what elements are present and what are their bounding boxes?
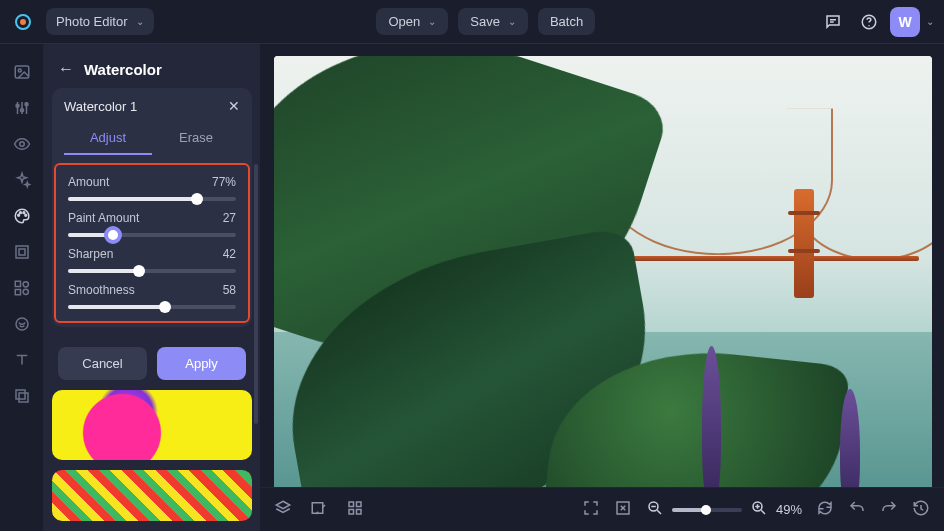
slider-paint-track[interactable] [68,233,236,237]
preset-thumb [52,470,252,521]
sliders-highlight-box: Amount77% Paint Amount27 Sharpen42 Smoot… [54,163,250,323]
preset-thumb [52,390,252,460]
close-icon[interactable]: ✕ [228,98,240,114]
zoom-slider[interactable] [672,508,742,512]
slider-smoothness: Smoothness58 [68,283,236,309]
svg-rect-27 [357,509,362,514]
tool-rail [0,44,44,531]
slider-sharpen-track[interactable] [68,269,236,273]
app-switcher[interactable]: Photo Editor ⌄ [46,8,154,35]
zoom-value: 49% [776,502,802,517]
feedback-icon[interactable] [818,7,848,37]
svg-rect-25 [357,502,362,507]
svg-rect-24 [349,502,354,507]
back-button[interactable]: ← [58,60,74,78]
undo-icon[interactable] [848,499,866,521]
svg-rect-21 [16,390,25,399]
photo-preview [274,56,932,531]
effect-tabs: Adjust Erase [54,122,250,155]
zoom-in-icon[interactable] [750,499,768,520]
zoom-controls: 49% [646,499,802,520]
slider-amount-track[interactable] [68,197,236,201]
svg-point-10 [17,214,19,216]
svg-point-9 [19,142,24,147]
svg-point-1 [20,19,26,25]
tab-adjust[interactable]: Adjust [64,122,152,155]
avatar[interactable]: W [890,7,920,37]
chevron-down-icon: ⌄ [428,16,436,27]
eye-tool-icon[interactable] [8,130,36,158]
svg-rect-16 [15,281,20,286]
text-tool-icon[interactable] [8,346,36,374]
svg-rect-15 [19,249,25,255]
frame-tool-icon[interactable] [8,238,36,266]
help-icon[interactable] [854,7,884,37]
panel-scrollbar[interactable] [254,164,258,424]
svg-rect-26 [349,509,354,514]
topbar-right: W ⌄ [818,7,934,37]
svg-point-17 [23,282,28,287]
grid-icon[interactable] [346,499,364,521]
compare-icon[interactable] [310,499,328,521]
redo-icon[interactable] [880,499,898,521]
chevron-down-icon[interactable]: ⌄ [926,16,934,27]
topbar: Photo Editor ⌄ Open⌄ Save⌄ Batch W ⌄ [0,0,944,44]
effect-panel: ← Watercolor Watercolor 1 ✕ Adjust Erase… [44,44,260,531]
svg-point-19 [23,289,28,294]
slider-paint-amount: Paint Amount27 [68,211,236,237]
svg-rect-18 [15,290,20,295]
layers-icon[interactable] [274,499,292,521]
topbar-center: Open⌄ Save⌄ Batch [164,8,808,35]
batch-button[interactable]: Batch [538,8,595,35]
svg-point-11 [19,212,21,214]
open-button[interactable]: Open⌄ [376,8,448,35]
svg-point-12 [22,212,24,214]
elements-tool-icon[interactable] [8,274,36,302]
chevron-down-icon: ⌄ [136,16,144,27]
cancel-button[interactable]: Cancel [58,347,147,380]
bottombar: 49% [260,487,944,531]
slider-amount: Amount77% [68,175,236,201]
svg-point-13 [24,214,26,216]
panel-title: Watercolor [84,61,162,78]
image-tool-icon[interactable] [8,58,36,86]
layers-tool-icon[interactable] [8,382,36,410]
sparkle-tool-icon[interactable] [8,166,36,194]
history-icon[interactable] [912,499,930,521]
svg-rect-22 [19,393,28,402]
effect-card: Watercolor 1 ✕ Adjust Erase Amount77% Pa… [52,88,252,327]
slider-smooth-track[interactable] [68,305,236,309]
fit-icon[interactable] [614,499,632,521]
app-logo[interactable] [10,9,36,35]
svg-point-3 [868,25,870,27]
preset-watercolor-2[interactable]: Watercolor 2 [52,390,252,460]
chevron-down-icon: ⌄ [508,16,516,27]
preset-watercolor-3[interactable] [52,470,252,521]
effect-card-title: Watercolor 1 [64,99,137,114]
svg-point-5 [18,69,21,72]
adjust-tool-icon[interactable] [8,94,36,122]
retouch-tool-icon[interactable] [8,310,36,338]
fullscreen-icon[interactable] [582,499,600,521]
svg-rect-14 [16,246,28,258]
canvas[interactable] [274,56,932,531]
slider-sharpen: Sharpen42 [68,247,236,273]
save-button[interactable]: Save⌄ [458,8,528,35]
app-switcher-label: Photo Editor [56,14,128,29]
apply-button[interactable]: Apply [157,347,246,380]
palette-tool-icon[interactable] [8,202,36,230]
refresh-icon[interactable] [816,499,834,521]
zoom-out-icon[interactable] [646,499,664,520]
tab-erase[interactable]: Erase [152,122,240,155]
svg-rect-4 [15,66,29,78]
